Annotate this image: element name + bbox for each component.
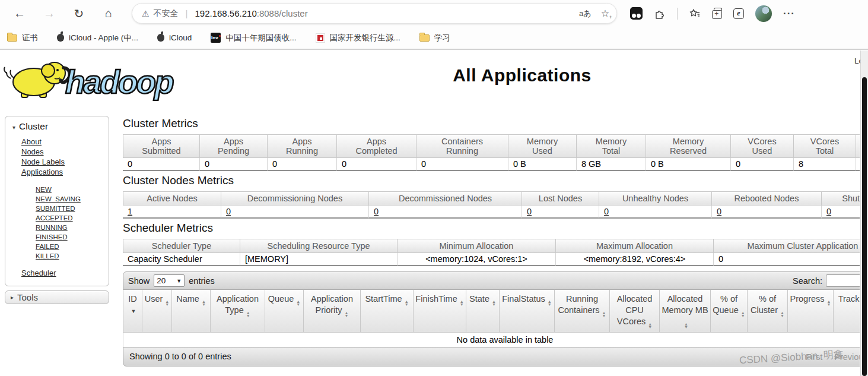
sidebar-item-nodes[interactable]: Nodes: [21, 147, 109, 157]
app-column--of-cluster[interactable]: % of Cluster▲▼: [748, 290, 788, 333]
bookmark-item[interactable]: 学习: [419, 33, 450, 43]
column-header: Memory Used: [508, 134, 577, 158]
metric-link[interactable]: 0: [527, 207, 532, 216]
app-column-progress[interactable]: Progress▲▼: [788, 290, 834, 333]
back-icon[interactable]: ←: [9, 4, 30, 24]
app-column-name[interactable]: Name▲▼: [172, 290, 211, 333]
add-favorite-icon[interactable]: ☆+: [601, 8, 609, 19]
sidebar-item-node-labels[interactable]: Node Labels: [21, 157, 109, 167]
translate-icon[interactable]: aあ: [579, 8, 592, 19]
sidebar-link[interactable]: FAILED: [36, 243, 59, 250]
app-column-running-containers[interactable]: Running Containers▲▼: [555, 290, 610, 333]
sidebar-item-new[interactable]: NEW: [36, 185, 109, 194]
sidebar-link[interactable]: ACCEPTED: [36, 214, 73, 222]
app-column-id[interactable]: ID▼: [123, 290, 142, 333]
scrollbar-track[interactable]: [860, 50, 868, 376]
metric-value: 8: [794, 158, 856, 171]
app-column-application-priority[interactable]: Application Priority▲▼: [304, 290, 361, 333]
column-header: Maximum Allocation: [556, 239, 714, 253]
sidebar-item-finished[interactable]: FINISHED: [36, 232, 109, 242]
bookmark-item[interactable]: iCloud: [157, 33, 192, 42]
column-header: Unhealthy Nodes: [599, 191, 712, 206]
extension-darkreader-icon[interactable]: [630, 7, 643, 20]
metric-link[interactable]: 0: [374, 207, 379, 216]
url-text[interactable]: 192.168.56.210:8088/cluster: [195, 8, 579, 18]
metric-value[interactable]: 0: [522, 206, 599, 219]
column-header: Decommissioning Nodes: [221, 191, 369, 206]
empty-table-message: No data available in table: [123, 333, 860, 347]
inv-icon: Inv: [211, 33, 221, 43]
bookmark-item[interactable]: 证书: [7, 33, 38, 43]
applications-table-header: ID▼User▲▼Name▲▼Application Type▲▼Queue▲▼…: [123, 290, 860, 333]
sidebar-item-scheduler[interactable]: Scheduler: [5, 268, 109, 277]
sidebar-item-applications[interactable]: Applications: [21, 167, 109, 177]
metric-value[interactable]: 1: [123, 206, 221, 219]
sidebar-link[interactable]: Node Labels: [21, 157, 65, 166]
metric-value[interactable]: 0: [822, 206, 860, 219]
scrollbar-thumb[interactable]: [862, 77, 867, 376]
search-input[interactable]: [826, 274, 860, 287]
app-column-application-type[interactable]: Application Type▲▼: [211, 290, 265, 333]
metric-value[interactable]: 0: [599, 206, 712, 219]
metric-link[interactable]: 1: [128, 207, 132, 216]
app-column-finalstatus[interactable]: FinalStatus▲▼: [500, 290, 555, 333]
app-column-allocated-cpu-vcores[interactable]: Allocated CPU VCores▲▼: [610, 290, 660, 333]
sidebar-link[interactable]: NEW_SAVING: [36, 195, 81, 203]
app-column-user[interactable]: User▲▼: [142, 290, 172, 333]
sidebar-item-failed[interactable]: FAILED: [36, 242, 109, 251]
entries-label: entries: [189, 276, 215, 286]
sidebar-link[interactable]: About: [21, 137, 42, 146]
app-column-state[interactable]: State▲▼: [466, 290, 500, 333]
app-column-finishtime[interactable]: FinishTime▲▼: [414, 290, 466, 333]
favorites-icon[interactable]: [689, 8, 701, 20]
security-label[interactable]: 不安全: [154, 8, 179, 19]
page-size-select[interactable]: 20 ▼: [154, 274, 185, 287]
sidebar-link[interactable]: KILLED: [36, 252, 59, 260]
app-column-queue[interactable]: Queue▲▼: [265, 290, 304, 333]
column-header: [856, 134, 860, 158]
sidebar-link[interactable]: NEW: [36, 186, 52, 193]
column-header: Active Nodes: [123, 191, 221, 206]
settings-menu-icon[interactable]: ···: [783, 8, 795, 20]
sidebar-cluster-header[interactable]: ▾Cluster: [5, 121, 109, 132]
bookmark-item[interactable]: 国家开发银行生源...: [316, 33, 400, 43]
metric-value[interactable]: 0: [712, 206, 822, 219]
sidebar-link[interactable]: SUBMITTED: [36, 205, 75, 212]
column-header: Decommissioned Nodes: [369, 191, 522, 206]
sidebar-item-running[interactable]: RUNNING: [36, 223, 109, 232]
sidebar-link[interactable]: FINISHED: [36, 233, 68, 241]
sidebar-item-new-saving[interactable]: NEW_SAVING: [36, 194, 109, 204]
forward-icon[interactable]: →: [39, 4, 59, 24]
app-column--of-queue[interactable]: % of Queue▲▼: [711, 290, 748, 333]
app-column-tracking-ui[interactable]: Tracking UI: [834, 290, 860, 333]
sidebar-item-about[interactable]: About: [21, 137, 109, 147]
sidebar-item-submitted[interactable]: SUBMITTED: [36, 204, 109, 213]
extensions-puzzle-icon[interactable]: [654, 8, 666, 20]
sidebar-item-accepted[interactable]: ACCEPTED: [36, 213, 109, 223]
metric-link[interactable]: 0: [604, 207, 609, 216]
yarn-page: Logged in as: dr.who hadoop All Applicat…: [0, 50, 868, 376]
sidebar-link[interactable]: Applications: [21, 168, 63, 176]
bookmark-label: 证书: [22, 33, 38, 43]
refresh-icon[interactable]: ↻: [69, 4, 89, 24]
sort-both-icon: ▲▼: [246, 311, 250, 317]
bookmark-item[interactable]: Inv中国十年期国债收...: [211, 33, 296, 43]
bookmark-item[interactable]: iCloud - Apple (中...: [57, 33, 138, 43]
collections-icon[interactable]: [712, 10, 722, 19]
address-bar[interactable]: ⚠ 不安全 | 192.168.56.210:8088/cluster aあ ☆…: [132, 3, 617, 24]
column-label: % of Queue: [713, 294, 739, 315]
metric-value[interactable]: 0: [221, 206, 369, 219]
metric-link[interactable]: 0: [717, 207, 721, 216]
sidebar-link[interactable]: RUNNING: [36, 224, 68, 231]
profile-avatar[interactable]: [755, 5, 772, 22]
sidebar-tools-section[interactable]: ▸Tools: [5, 290, 109, 304]
app-column-starttime[interactable]: StartTime▲▼: [361, 290, 414, 333]
ie-mode-icon[interactable]: e: [733, 8, 744, 19]
metric-link[interactable]: 0: [826, 207, 831, 216]
app-column-allocated-memory-mb[interactable]: Allocated Memory MB▲▼: [660, 290, 711, 333]
metric-value[interactable]: 0: [369, 206, 522, 219]
sidebar-item-killed[interactable]: KILLED: [36, 251, 109, 261]
sidebar-link[interactable]: Nodes: [21, 147, 44, 156]
home-icon[interactable]: ⌂: [98, 4, 119, 24]
metric-link[interactable]: 0: [226, 207, 231, 216]
